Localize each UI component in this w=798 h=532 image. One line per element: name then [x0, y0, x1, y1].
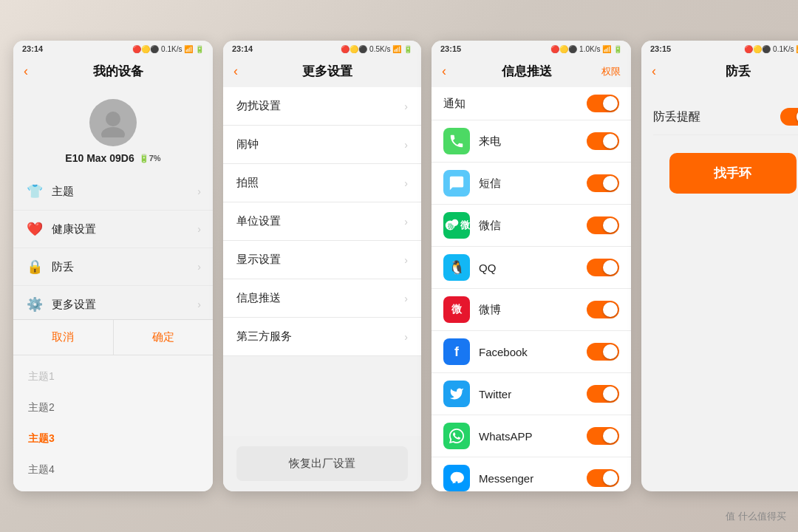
notif-item-qq: 🐧 QQ: [432, 247, 631, 289]
weibo-icon: 微: [443, 296, 470, 323]
settings-item-alarm[interactable]: 闹钟 ›: [223, 126, 421, 164]
health-label: 健康设置: [52, 222, 190, 236]
restore-factory-button[interactable]: 恢复出厂设置: [236, 446, 408, 481]
title-p3: 信息推送: [452, 63, 601, 80]
msgpush-label: 信息推送: [236, 291, 404, 305]
sms-toggle[interactable]: [587, 174, 619, 192]
notif-item-whatsapp: WhatsAPP: [432, 415, 631, 457]
wechat-toggle[interactable]: [587, 216, 619, 234]
whatsapp-icon: [443, 423, 470, 449]
panel-anti-loss: 23:15 🔴🟡⚫ 0.1K/s 📶 🔋 ‹ 防丢 防丢提醒 找手环: [641, 41, 798, 491]
chevron-icon: ›: [197, 261, 201, 273]
chevron-icon: ›: [404, 139, 408, 151]
time-p1: 23:14: [22, 44, 43, 53]
whatsapp-toggle[interactable]: [587, 427, 619, 445]
status-icons-p4: 🔴🟡⚫ 0.1K/s 📶 🔋: [744, 45, 798, 53]
back-btn-p2[interactable]: ‹: [233, 64, 238, 79]
anti-loss-toggle[interactable]: [780, 108, 798, 126]
weibo-toggle[interactable]: [587, 301, 619, 318]
panel-message-push: 23:15 🔴🟡⚫ 1.0K/s 📶 🔋 ‹ 信息推送 权限 通知 来电: [432, 41, 631, 491]
settings-item-units[interactable]: 单位设置 ›: [223, 202, 421, 241]
menu-item-moresettings[interactable]: ⚙️ 更多设置 ›: [13, 286, 213, 323]
panels-container: 23:14 🔴🟡⚫ 0.1K/s 📶 🔋 ‹ 我的设备 E10 Max 09D6…: [13, 41, 798, 491]
facebook-icon: f: [443, 338, 470, 365]
whatsapp-label: WhatsAPP: [479, 430, 578, 443]
call-icon: [443, 128, 470, 154]
permission-btn-p3[interactable]: 权限: [601, 65, 621, 78]
twitter-icon: [443, 381, 470, 407]
find-band-button[interactable]: 找手环: [669, 153, 797, 194]
device-info: E10 Max 09D6 🔋7%: [13, 87, 213, 173]
status-icons-p2: 🔴🟡⚫ 0.5K/s 📶 🔋: [341, 45, 412, 53]
menu-item-theme[interactable]: 👕 主题 ›: [13, 173, 213, 211]
twitter-label: Twitter: [479, 388, 578, 400]
time-p2: 23:14: [232, 44, 253, 53]
theme-item-2[interactable]: 主题2: [13, 392, 213, 423]
qq-icon: 🐧: [443, 254, 470, 281]
chevron-icon: ›: [404, 254, 408, 266]
settings-icon: ⚙️: [25, 296, 44, 313]
status-bar-p2: 23:14 🔴🟡⚫ 0.5K/s 📶 🔋: [223, 41, 421, 57]
settings-item-msgpush[interactable]: 信息推送 ›: [223, 279, 421, 318]
title-p4: 防丢: [662, 63, 798, 80]
theme-item-1[interactable]: 主题1: [13, 361, 213, 392]
messenger-toggle[interactable]: [587, 469, 619, 487]
chevron-icon: ›: [197, 223, 201, 235]
time-p3: 23:15: [440, 44, 461, 53]
sms-icon: [443, 170, 470, 197]
status-bar-p3: 23:15 🔴🟡⚫ 1.0K/s 📶 🔋: [432, 41, 631, 57]
menu-item-health[interactable]: ❤️ 健康设置 ›: [13, 211, 213, 248]
moresettings-label: 更多设置: [52, 298, 190, 312]
dnd-label: 勿扰设置: [236, 99, 404, 113]
weibo-label: 微博: [479, 303, 578, 317]
theme-item-3[interactable]: 主题3: [13, 423, 213, 454]
qq-toggle[interactable]: [587, 259, 619, 276]
chevron-icon: ›: [404, 216, 408, 228]
notif-item-sms: 短信: [432, 163, 631, 205]
cancel-button[interactable]: 取消: [13, 320, 114, 355]
avatar: [89, 99, 137, 146]
back-btn-p3[interactable]: ‹: [442, 64, 446, 79]
theme-dropdown: 取消 确定 主题1 主题2 主题3 主题4: [13, 319, 213, 491]
units-label: 单位设置: [236, 214, 404, 228]
svg-point-1: [101, 127, 125, 137]
settings-item-thirdparty[interactable]: 第三方服务 ›: [223, 318, 421, 356]
panel-more-settings: 23:14 🔴🟡⚫ 0.5K/s 📶 🔋 ‹ 更多设置 勿扰设置 › 闹钟 › …: [223, 41, 421, 491]
health-icon: ❤️: [25, 221, 44, 237]
confirm-button[interactable]: 确定: [114, 320, 214, 355]
watermark: 值 什么值得买: [726, 510, 786, 523]
antiloss-label: 防丢: [52, 260, 190, 274]
settings-item-dnd[interactable]: 勿扰设置 ›: [223, 87, 421, 126]
wechat-icon: 微 微: [443, 212, 470, 239]
header-p4: ‹ 防丢: [641, 57, 798, 87]
chevron-icon: ›: [404, 177, 408, 189]
call-toggle[interactable]: [587, 132, 619, 150]
header-p1: ‹ 我的设备: [13, 57, 213, 87]
status-bar-p1: 23:14 🔴🟡⚫ 0.1K/s 📶 🔋: [13, 41, 213, 57]
theme-icon: 👕: [25, 183, 44, 200]
anti-loss-content: 防丢提醒 找手环: [641, 87, 798, 491]
facebook-toggle[interactable]: [587, 343, 619, 361]
back-btn-p1[interactable]: ‹: [24, 64, 28, 79]
notif-header-toggle: 通知: [432, 87, 631, 120]
menu-item-antiloss[interactable]: 🔒 防丢 ›: [13, 248, 213, 286]
alarm-label: 闹钟: [236, 137, 404, 151]
antiloss-icon: 🔒: [25, 259, 44, 275]
notif-item-wechat: 微 微 微信: [432, 205, 631, 247]
settings-item-photo[interactable]: 拍照 ›: [223, 164, 421, 202]
notif-item-call: 来电: [432, 120, 631, 163]
twitter-toggle[interactable]: [587, 385, 619, 403]
settings-item-display[interactable]: 显示设置 ›: [223, 241, 421, 279]
back-btn-p4[interactable]: ‹: [652, 64, 656, 79]
status-icons-p3: 🔴🟡⚫ 1.0K/s 📶 🔋: [550, 45, 622, 53]
notif-item-messenger: Messenger: [432, 457, 631, 491]
thirdparty-label: 第三方服务: [236, 330, 404, 344]
anti-loss-row: 防丢提醒: [653, 99, 798, 135]
notif-item-weibo: 微 微博: [432, 289, 631, 331]
chevron-icon: ›: [197, 299, 201, 310]
theme-item-4[interactable]: 主题4: [13, 454, 213, 485]
photo-label: 拍照: [236, 176, 404, 190]
status-icons-p1: 🔴🟡⚫ 0.1K/s 📶 🔋: [132, 45, 204, 53]
facebook-label: Facebook: [479, 346, 578, 358]
notif-toggle[interactable]: [587, 95, 619, 112]
